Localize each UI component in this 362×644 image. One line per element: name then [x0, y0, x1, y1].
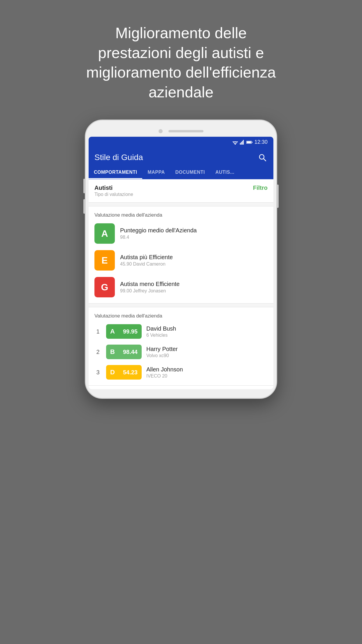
- badge-a: A: [94, 223, 115, 244]
- score-info-a: Punteggio medio dell'Azienda 98.4: [120, 227, 197, 240]
- wifi-icon: [232, 140, 238, 145]
- score-name-a: Punteggio medio dell'Azienda: [120, 227, 197, 234]
- filtro-button[interactable]: Filtro: [253, 185, 268, 191]
- rank-info-2: Harry Potter Volvo xc90: [146, 346, 178, 358]
- rank-name-1: David Bush: [146, 325, 176, 332]
- rank-name-2: Harry Potter: [146, 346, 178, 352]
- status-bar: 12:30: [89, 137, 273, 148]
- badge-g: G: [94, 277, 115, 297]
- section-1: Valutazione media dell'azienda A Puntegg…: [89, 206, 273, 303]
- score-info-e: Autista più Efficiente 45.90 David Camer…: [120, 254, 173, 267]
- score-detail-a: 98.4: [120, 235, 197, 240]
- app-bar: Stile di Guida: [89, 148, 273, 166]
- section-2-title: Valutazione media dell'azienda: [94, 313, 268, 319]
- status-time: 12:30: [254, 139, 268, 145]
- score-detail-g: 99.00 Jeffrey Jonasen: [120, 288, 180, 294]
- phone-top-bar: [89, 129, 273, 133]
- tab-autis[interactable]: AUTIS...: [210, 166, 240, 179]
- rank-info-3: Allen Johnson IVECO 20: [146, 366, 183, 379]
- tab-documenti[interactable]: DOCUMENTI: [170, 166, 210, 179]
- filter-header: Autisti Tipo di valutazione Filtro: [89, 179, 273, 203]
- svg-rect-10: [247, 141, 251, 143]
- phone-camera: [159, 129, 163, 133]
- side-buttons-left: [83, 179, 85, 214]
- rank-info-1: David Bush 6 Vehicles: [146, 325, 176, 338]
- tab-comportamenti[interactable]: COMPORTAMENTI: [89, 166, 142, 179]
- search-icon: [258, 153, 266, 162]
- rank-row-3: 3 D 54.23 Allen Johnson IVECO 20: [94, 365, 268, 380]
- hero-text: Miglioramento delle prestazioni degli au…: [50, 0, 312, 120]
- rank-badge-letter-3: D: [106, 365, 119, 380]
- status-icons: 12:30: [232, 139, 268, 145]
- phone-screen: 12:30 Stile di Guida COMPORTAMENTI MAPPA…: [89, 137, 273, 389]
- phone-mockup: 12:30 Stile di Guida COMPORTAMENTI MAPPA…: [82, 120, 280, 615]
- svg-rect-4: [240, 143, 241, 145]
- score-row-e: E Autista più Efficiente 45.90 David Cam…: [94, 250, 268, 271]
- rank-num-2: 2: [94, 349, 101, 355]
- badge-e: E: [94, 250, 115, 271]
- rank-row-1: 1 A 99.95 David Bush 6 Vehicles: [94, 324, 268, 339]
- svg-rect-6: [242, 141, 243, 144]
- phone-shell: 12:30 Stile di Guida COMPORTAMENTI MAPPA…: [85, 120, 277, 399]
- filter-main-label: Autisti: [94, 185, 133, 191]
- score-detail-e: 45.90 David Cameron: [120, 262, 173, 267]
- rank-badge-1: A 99.95: [106, 324, 142, 339]
- svg-rect-7: [243, 140, 244, 145]
- phone-speaker: [168, 130, 203, 132]
- signal-icon: [240, 140, 245, 145]
- rank-badge-3: D 54.23: [106, 365, 142, 380]
- score-info-g: Autista meno Efficiente 99.00 Jeffrey Jo…: [120, 281, 180, 294]
- rank-sub-3: IVECO 20: [146, 373, 183, 379]
- rank-badge-score-1: 99.95: [119, 325, 142, 338]
- search-button[interactable]: [257, 152, 268, 163]
- svg-line-12: [263, 159, 266, 161]
- rank-badge-letter-1: A: [106, 324, 119, 339]
- tab-bar: COMPORTAMENTI MAPPA DOCUMENTI AUTIS...: [89, 166, 273, 179]
- rank-sub-2: Volvo xc90: [146, 353, 178, 358]
- rank-num-1: 1: [94, 328, 101, 335]
- filter-sub-label: Tipo di valutazione: [94, 192, 133, 197]
- rank-badge-letter-2: B: [106, 345, 119, 359]
- rank-num-3: 3: [94, 369, 101, 376]
- content-area: Autisti Tipo di valutazione Filtro Valut…: [89, 179, 273, 386]
- score-name-e: Autista più Efficiente: [120, 254, 173, 261]
- score-row-a: A Punteggio medio dell'Azienda 98.4: [94, 223, 268, 244]
- app-title: Stile di Guida: [94, 153, 143, 162]
- score-row-g: G Autista meno Efficiente 99.00 Jeffrey …: [94, 277, 268, 297]
- score-name-g: Autista meno Efficiente: [120, 281, 180, 287]
- svg-rect-5: [241, 142, 242, 145]
- filter-labels: Autisti Tipo di valutazione: [94, 185, 133, 197]
- section-2: Valutazione media dell'azienda 1 A 99.95…: [89, 307, 273, 386]
- rank-row-2: 2 B 98.44 Harry Potter Volvo xc90: [94, 345, 268, 359]
- tab-mappa[interactable]: MAPPA: [142, 166, 170, 179]
- section-1-title: Valutazione media dell'azienda: [94, 212, 268, 218]
- svg-rect-9: [252, 142, 253, 143]
- rank-badge-score-3: 54.23: [119, 366, 142, 379]
- battery-icon: [246, 140, 253, 144]
- rank-badge-score-2: 98.44: [119, 345, 142, 359]
- rank-name-3: Allen Johnson: [146, 366, 183, 373]
- side-button-right: [277, 185, 279, 208]
- rank-sub-1: 6 Vehicles: [146, 333, 176, 338]
- rank-badge-2: B 98.44: [106, 345, 142, 359]
